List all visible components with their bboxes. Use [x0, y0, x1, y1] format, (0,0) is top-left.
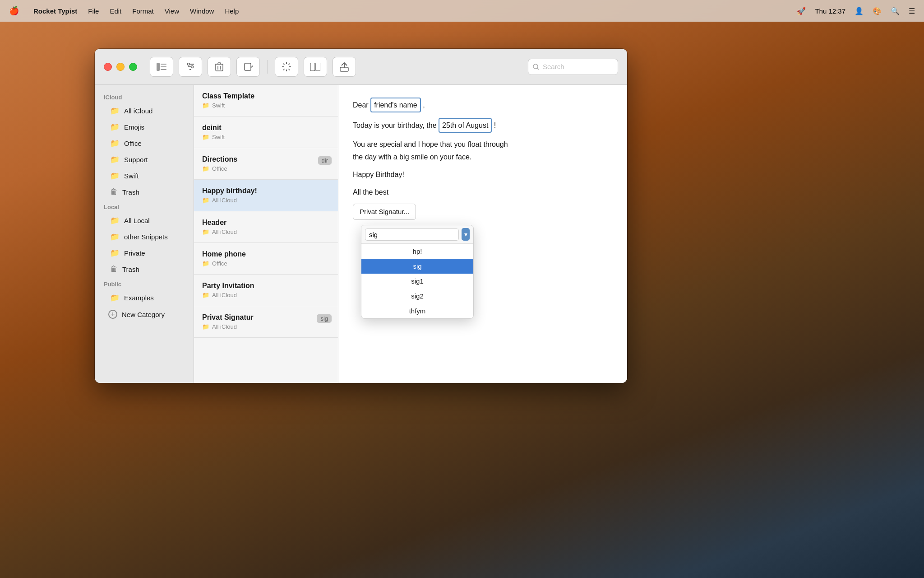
dropdown-option-sig[interactable]: sig: [361, 259, 473, 274]
folder-small-icon: 📁: [202, 228, 209, 235]
svg-rect-11: [218, 63, 221, 64]
snippet-home-phone[interactable]: Home phone 📁 Office: [194, 243, 338, 275]
dropdown-option-hp[interactable]: hp!: [361, 244, 473, 259]
editor-line-best: All the best: [353, 186, 613, 198]
rocket-icon[interactable]: 🚀: [797, 7, 806, 15]
date-field[interactable]: 25th of August: [439, 118, 492, 133]
list-icon[interactable]: ☰: [909, 7, 915, 15]
sidebar-item-all-icloud[interactable]: 📁 All iCloud: [97, 103, 191, 119]
friends-name-field[interactable]: friend's name: [370, 98, 421, 112]
folder-icon: 📁: [110, 216, 120, 225]
snippet-header[interactable]: Header 📁 All iCloud: [194, 211, 338, 243]
color-swatch-icon[interactable]: 🎨: [873, 7, 882, 15]
svg-point-28: [533, 64, 538, 69]
svg-rect-1: [161, 64, 166, 65]
sidebar-item-local-trash[interactable]: 🗑 Trash: [97, 261, 191, 277]
comma-text: ,: [423, 101, 425, 109]
snippet-subtitle: 📁 Office: [202, 165, 330, 172]
dropdown-option-thfym[interactable]: thfym: [361, 303, 473, 318]
snippet-party-invitation[interactable]: Party Invitation 📁 All iCloud: [194, 275, 338, 306]
sidebar-item-label: Emojis: [124, 123, 144, 131]
sidebar-item-emojis[interactable]: 📁 Emojis: [97, 119, 191, 135]
new-category-button[interactable]: + New Category: [97, 306, 191, 322]
snippet-deinit[interactable]: deinit 📁 Swift: [194, 117, 338, 148]
editor-line-birthday: Today is your birthday, the 25th of Augu…: [353, 118, 613, 133]
menu-format[interactable]: Format: [132, 7, 154, 15]
sidebar-item-examples[interactable]: 📁 Examples: [97, 290, 191, 306]
sidebar-item-label: All Local: [124, 217, 150, 224]
sidebar-item-all-local[interactable]: 📁 All Local: [97, 213, 191, 228]
sidebar-item-office[interactable]: 📁 Office: [97, 135, 191, 151]
birthday-text-start: Today is your birthday, the: [353, 121, 437, 129]
app-name[interactable]: Rocket Typist: [33, 7, 77, 15]
svg-rect-3: [161, 69, 166, 70]
svg-line-29: [537, 68, 539, 70]
menu-help[interactable]: Help: [225, 7, 239, 15]
snippet-privat-signatur[interactable]: Privat Signatur 📁 All iCloud sig: [194, 306, 338, 338]
menu-edit[interactable]: Edit: [110, 7, 121, 15]
app-window: Search iCloud 📁 All iCloud 📁 Emojis 📁 Of…: [95, 49, 627, 383]
sidebar-item-support[interactable]: 📁 Support: [97, 152, 191, 168]
sidebar-item-label: Private: [124, 249, 145, 257]
snippet-subtitle: 📁 All iCloud: [202, 323, 330, 330]
editor-sig-line: Privat Signatur...: [353, 204, 613, 220]
sidebar-item-swift[interactable]: 📁 Swift: [97, 168, 191, 184]
sidebar-section-public: Public: [95, 277, 194, 289]
dropdown-option-sig1[interactable]: sig1: [361, 274, 473, 289]
sig-selector-button[interactable]: Privat Signatur...: [353, 204, 416, 220]
dropdown-chevron-button[interactable]: ▾: [462, 228, 470, 241]
svg-rect-0: [157, 63, 160, 71]
snippet-title: Party Invitation: [202, 282, 330, 290]
delete-button[interactable]: [208, 57, 231, 77]
folder-small-icon: 📁: [202, 165, 209, 172]
menu-view[interactable]: View: [165, 7, 179, 15]
filter-button[interactable]: [179, 57, 202, 77]
search-bar[interactable]: Search: [528, 59, 618, 75]
sidebar-item-icloud-trash[interactable]: 🗑 Trash: [97, 184, 191, 200]
snippet-title: Class Template: [202, 92, 330, 100]
snippet-view-button[interactable]: [304, 57, 327, 77]
snippet-subtitle: 📁 All iCloud: [202, 228, 330, 235]
folder-icon: 📁: [110, 293, 120, 303]
new-snippet-button[interactable]: [236, 57, 260, 77]
svg-rect-14: [245, 63, 251, 70]
search-icon[interactable]: 🔍: [891, 7, 900, 15]
svg-rect-2: [161, 66, 166, 67]
close-button[interactable]: [104, 63, 112, 71]
folder-icon: 📁: [110, 122, 120, 132]
folder-icon: 📁: [110, 171, 120, 181]
sidebar-toggle-button[interactable]: [150, 57, 173, 77]
snippet-subtitle: 📁 Swift: [202, 102, 330, 109]
magic-button[interactable]: [275, 57, 298, 77]
sidebar-item-label: Examples: [124, 294, 154, 302]
sidebar-item-label: other Snippets: [124, 233, 168, 241]
folder-icon: 📁: [110, 248, 120, 258]
share-button[interactable]: [333, 57, 356, 77]
apple-menu-icon[interactable]: 🍎: [9, 6, 19, 16]
dropdown-option-sig2[interactable]: sig2: [361, 289, 473, 303]
menubar: 🍎 Rocket Typist File Edit Format View Wi…: [0, 0, 924, 22]
sidebar: iCloud 📁 All iCloud 📁 Emojis 📁 Office 📁 …: [95, 85, 194, 383]
sidebar-item-private[interactable]: 📁 Private: [97, 245, 191, 261]
editor-area: Dear friend's name , Today is your birth…: [338, 85, 627, 383]
snippet-title: Happy birthday!: [202, 187, 330, 195]
snippet-happy-birthday[interactable]: Happy birthday! 📁 All iCloud: [194, 180, 338, 211]
user-icon[interactable]: 👤: [855, 7, 864, 15]
sidebar-item-other-snippets[interactable]: 📁 other Snippets: [97, 229, 191, 245]
dropdown-search-input[interactable]: [365, 228, 459, 241]
maximize-button[interactable]: [129, 63, 137, 71]
snippet-subtitle: 📁 All iCloud: [202, 292, 330, 298]
new-category-label: New Category: [122, 311, 165, 318]
trash-icon: 🗑: [110, 187, 118, 196]
snippet-directions[interactable]: Directions 📁 Office dir: [194, 148, 338, 180]
svg-line-16: [252, 65, 253, 67]
minimize-button[interactable]: [116, 63, 125, 71]
snippet-class-template[interactable]: Class Template 📁 Swift: [194, 85, 338, 117]
folder-icon: 📁: [110, 232, 120, 242]
menu-window[interactable]: Window: [190, 7, 214, 15]
traffic-lights: [104, 63, 137, 71]
folder-small-icon: 📁: [202, 323, 209, 330]
folder-icon: 📁: [110, 139, 120, 148]
folder-small-icon: 📁: [202, 134, 209, 140]
menu-file[interactable]: File: [88, 7, 99, 15]
